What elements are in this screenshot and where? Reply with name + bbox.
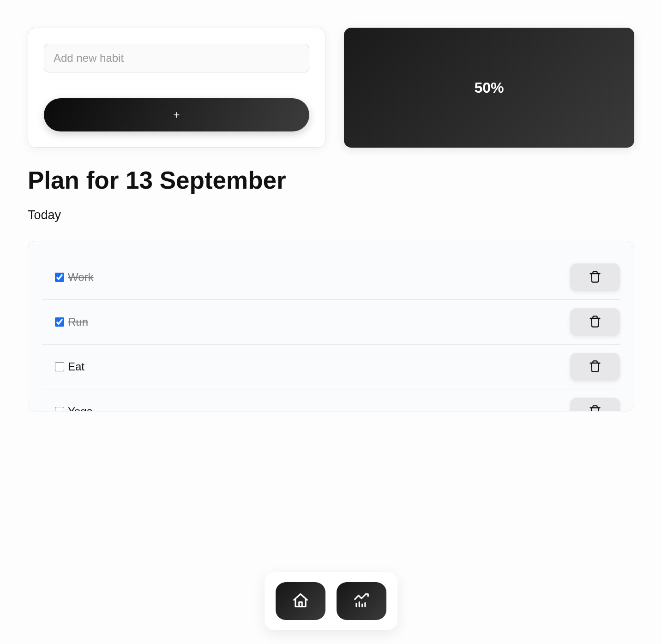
delete-habit-button[interactable] bbox=[570, 263, 620, 291]
add-habit-input[interactable] bbox=[44, 44, 309, 72]
trash-icon bbox=[589, 270, 602, 285]
habit-checkbox[interactable] bbox=[55, 407, 64, 411]
habit-row: Yoga bbox=[42, 389, 620, 411]
progress-card: 50% bbox=[344, 28, 634, 148]
delete-habit-button[interactable] bbox=[570, 353, 620, 381]
trash-icon bbox=[589, 360, 602, 374]
habit-checkbox[interactable] bbox=[55, 362, 64, 371]
habit-row: Run bbox=[42, 300, 620, 345]
subtitle-today: Today bbox=[28, 208, 634, 222]
delete-habit-button[interactable] bbox=[570, 308, 620, 336]
habit-checkbox[interactable] bbox=[55, 273, 64, 282]
habit-row: Work bbox=[42, 255, 620, 300]
habit-row: Eat bbox=[42, 345, 620, 389]
habit-label: Run bbox=[68, 316, 88, 328]
add-habit-button[interactable]: + bbox=[44, 98, 309, 131]
delete-habit-button[interactable] bbox=[570, 398, 620, 411]
progress-value: 50% bbox=[474, 79, 504, 96]
page-title: Plan for 13 September bbox=[28, 166, 634, 194]
habit-label: Yoga bbox=[68, 405, 93, 411]
add-habit-card: + bbox=[28, 28, 325, 148]
habits-list: Work Run Eat bbox=[28, 241, 634, 411]
trash-icon bbox=[589, 315, 602, 329]
trash-icon bbox=[589, 405, 602, 412]
habit-label: Work bbox=[68, 271, 94, 284]
habit-label: Eat bbox=[68, 360, 84, 373]
habit-checkbox[interactable] bbox=[55, 317, 64, 327]
